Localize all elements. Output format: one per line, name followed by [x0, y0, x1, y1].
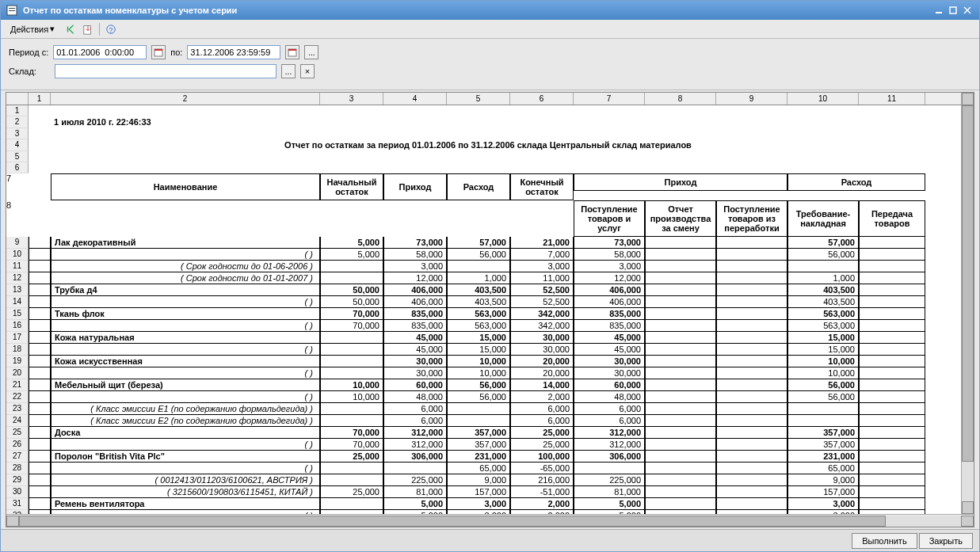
cell-name: Лак декоративный [51, 237, 320, 249]
scroll-left-button[interactable] [6, 516, 19, 527]
table-row: 9Лак декоративный5,00073,00057,00021,000… [6, 237, 974, 249]
cell-value: 21,000 [510, 237, 574, 249]
cell-value [645, 296, 716, 308]
help-icon[interactable]: ? [105, 23, 117, 36]
cell-value: 10,000 [787, 367, 859, 379]
execute-button[interactable]: Выполнить [852, 533, 917, 549]
row-number: 26 [6, 439, 29, 451]
warehouse-select-button[interactable]: ... [281, 64, 296, 78]
cell-value: 45,000 [383, 344, 447, 356]
column-header-cell[interactable]: 6 [510, 93, 574, 105]
column-header-cell[interactable] [6, 93, 29, 105]
column-header-cell[interactable]: 8 [645, 93, 716, 105]
cell-value [716, 463, 787, 474]
column-header-cell[interactable]: 5 [447, 93, 510, 105]
cell-value: 312,000 [383, 439, 447, 451]
period-from-calendar-icon[interactable] [151, 45, 166, 59]
actions-menu[interactable]: Действия ▾ [6, 22, 59, 36]
cell-value [645, 379, 716, 391]
th-in2: Отчет производства за смену [645, 200, 716, 237]
cell-value: 12,000 [574, 272, 645, 284]
cell-value [645, 272, 716, 284]
cell-value: 57,000 [447, 237, 510, 249]
row-number: 23 [6, 403, 29, 415]
scroll-right-button[interactable] [961, 516, 974, 527]
scroll-down-button[interactable] [962, 501, 974, 514]
vertical-scrollbar[interactable] [961, 93, 974, 514]
row-number: 25 [6, 427, 29, 439]
sheet-body[interactable]: 1 21 июля 2010 г. 22:46:33 3 4Отчет по о… [6, 105, 974, 514]
svg-rect-4 [950, 7, 956, 13]
th-name: Наименование [51, 173, 320, 200]
parameters-panel: Период с: по: ... Склад: ... × [1, 39, 979, 90]
minimize-button[interactable] [932, 4, 946, 17]
scroll-thumb[interactable] [19, 516, 886, 527]
svg-rect-2 [9, 10, 15, 11]
cell-value: 225,000 [574, 474, 645, 486]
warehouse-clear-button[interactable]: × [300, 64, 315, 78]
column-header-cell[interactable]: 1 [29, 93, 51, 105]
column-header-cell[interactable]: 4 [383, 93, 447, 105]
cell-value [320, 498, 383, 510]
window-title: Отчет по остаткам номенклатуры с учетом … [23, 6, 237, 15]
period-to-input[interactable] [187, 45, 280, 59]
period-to-calendar-icon[interactable] [285, 45, 299, 59]
close-form-button[interactable]: Закрыть [919, 533, 973, 549]
chevron-down-icon: ▾ [50, 24, 55, 34]
cell-value [645, 415, 716, 427]
cell-value: 6,000 [574, 415, 645, 427]
export-icon[interactable] [82, 23, 94, 36]
table-row: 27Поролон "British Vita Plc"25,000306,00… [6, 451, 974, 463]
th-beg: Начальный остаток [320, 173, 383, 200]
cell-value [859, 403, 925, 415]
cell-value [716, 474, 787, 486]
cell-value: 306,000 [574, 451, 645, 463]
cell-name: ( ) [51, 320, 320, 332]
table-row: 25Доска70,000312,000357,00025,000312,000… [6, 427, 974, 439]
cell-value: 6,000 [510, 403, 574, 415]
cell-value: 70,000 [320, 308, 383, 320]
cell-value [645, 486, 716, 498]
period-from-input[interactable] [53, 45, 147, 59]
cell-value: 10,000 [320, 379, 383, 391]
column-header-cell[interactable]: 7 [574, 93, 645, 105]
close-button[interactable] [960, 4, 974, 17]
cell-value [320, 272, 383, 284]
cell-value: 403,500 [787, 284, 859, 296]
horizontal-scrollbar[interactable] [6, 514, 974, 527]
cell-value: 5,000 [574, 498, 645, 510]
cell-value: 30,000 [383, 356, 447, 367]
cell-value [859, 356, 925, 367]
warehouse-input[interactable] [55, 64, 276, 78]
cell-value: 50,000 [320, 296, 383, 308]
report-title: Отчет по остаткам за период 01.01.2006 п… [51, 139, 925, 151]
scroll-up-button[interactable] [962, 93, 974, 105]
cell-value: 312,000 [383, 427, 447, 439]
column-header-cell[interactable]: 10 [787, 93, 859, 105]
cell-name: ( ) [51, 510, 320, 514]
cell-value [859, 320, 925, 332]
titlebar: Отчет по остаткам номенклатуры с учетом … [1, 1, 979, 20]
cell-value [716, 510, 787, 514]
column-header-cell[interactable]: 2 [51, 93, 320, 105]
cell-value [859, 510, 925, 514]
cell-value: 406,000 [383, 296, 447, 308]
cell-value [716, 498, 787, 510]
cell-value [859, 272, 925, 284]
cell-value: 563,000 [447, 320, 510, 332]
refresh-icon[interactable] [64, 23, 77, 36]
cell-value [645, 332, 716, 344]
cell-value: 11,000 [510, 272, 574, 284]
column-header-cell[interactable]: 11 [859, 93, 925, 105]
table-row: 14( )50,000406,000403,50052,500406,00040… [6, 296, 974, 308]
cell-value: 6,000 [383, 415, 447, 427]
column-header-cell[interactable]: 3 [320, 93, 383, 105]
cell-value [447, 415, 510, 427]
scroll-thumb[interactable] [962, 105, 974, 462]
maximize-button[interactable] [946, 4, 960, 17]
cell-name: ( ) [51, 296, 320, 308]
row-number: 9 [6, 237, 29, 249]
row-number: 4 [6, 139, 29, 151]
column-header-cell[interactable]: 9 [716, 93, 787, 105]
period-select-button[interactable]: ... [304, 45, 318, 59]
